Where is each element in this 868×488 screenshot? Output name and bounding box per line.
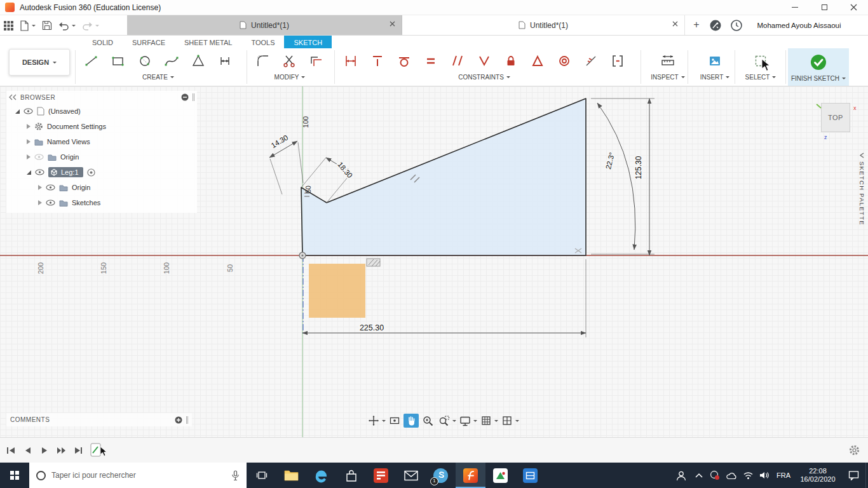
close-tab-icon[interactable] [390,21,395,27]
mail-app-icon[interactable] [396,463,426,488]
timeline-step-forward-button[interactable] [56,445,67,456]
viewports-button[interactable] [499,414,515,428]
symmetry-constraint-button[interactable] [580,50,602,72]
tab-solid[interactable]: SOLID [83,36,123,48]
tab-sketch[interactable]: SKETCH [284,36,332,48]
inspect-group-label[interactable]: INSPECT [651,74,684,81]
visibility-eye-icon[interactable] [46,184,55,191]
visibility-eye-icon[interactable] [35,169,44,175]
fillet-tool-button[interactable] [252,50,275,72]
browser-row-named-views[interactable]: Named Views [6,134,197,149]
tab-sheet-metal[interactable]: SHEET METAL [175,36,241,48]
task-view-button[interactable] [247,463,276,488]
start-button[interactable] [0,463,29,488]
expand-arrow-icon[interactable] [27,139,31,144]
zoom-window-caret-icon[interactable] [452,420,456,424]
orbit-caret-icon[interactable] [382,420,386,424]
circle-tool-button[interactable] [133,50,156,72]
expand-arrow-icon[interactable] [27,124,31,129]
browser-row-sketches[interactable]: Sketches [6,195,197,210]
timeline-play-button[interactable] [39,445,49,456]
display-settings-caret-icon[interactable] [473,420,477,424]
model-canvas[interactable]: 200 150 100 50 [0,86,868,437]
document-tab-inactive[interactable]: Untitled*(1) [127,15,402,35]
expand-arrow-icon[interactable] [15,109,20,114]
sketch-palette-strip[interactable]: SKETCH PALETTE [857,152,867,226]
perpendicular-constraint-button[interactable] [473,50,496,72]
new-tab-button[interactable]: + [690,18,703,31]
taskbar-search-box[interactable]: Taper ici pour rechercher [29,463,247,488]
look-at-button[interactable] [387,414,402,428]
timeline-skip-end-button[interactable] [74,445,83,456]
offset-tool-button[interactable] [305,50,328,72]
expand-arrow-icon[interactable] [38,200,42,205]
finish-sketch-button[interactable] [807,51,830,74]
slot-tool-button[interactable] [214,50,236,72]
minimize-button[interactable] [780,0,810,15]
dimension-50[interactable]: 50 [304,186,312,193]
browser-row-document-settings[interactable]: Document Settings [6,119,197,134]
file-explorer-icon[interactable] [276,463,306,488]
constraints-group-label[interactable]: CONSTRAINTS [458,74,510,81]
timeline-step-back-button[interactable] [23,445,32,456]
cortana-icon[interactable] [36,471,46,480]
expand-arrow-icon[interactable] [38,185,42,190]
blue-app-icon[interactable] [515,463,545,488]
horizontal-vertical-constraint-button[interactable] [366,50,389,72]
parallel-constraint-button[interactable] [446,50,469,72]
create-group-label[interactable]: CREATE [142,74,174,81]
line-tool-button[interactable] [80,50,103,72]
hatch-marker[interactable] [367,259,380,266]
redo-caret-icon[interactable] [95,25,99,29]
save-icon[interactable] [42,20,52,30]
trim-tool-button[interactable] [278,50,301,72]
undo-caret-icon[interactable] [72,25,76,29]
workspace-selector[interactable]: DESIGN [9,49,70,76]
viewports-caret-icon[interactable] [515,420,519,424]
tangent-constraint-button[interactable] [393,50,416,72]
extensions-icon[interactable] [709,19,722,32]
visibility-eye-icon[interactable] [24,108,33,114]
fix-constraint-button[interactable] [499,50,522,72]
visibility-eye-icon[interactable] [46,200,55,206]
volume-icon[interactable] [756,463,773,488]
show-desktop-button[interactable] [865,463,868,488]
file-menu-icon[interactable] [20,20,29,31]
activate-component-radio-icon[interactable] [87,168,95,177]
browser-row-origin-child[interactable]: Origin [6,180,197,195]
document-tab-active[interactable]: Untitled*(1) [402,15,685,35]
insert-group-label[interactable]: INSERT [700,74,730,81]
close-button[interactable] [839,0,868,15]
job-status-icon[interactable] [730,19,743,32]
spline-tool-button[interactable] [160,50,183,72]
measure-tool-button[interactable] [656,50,679,72]
edge-browser-icon[interactable] [306,463,336,488]
timeline-sketch-feature[interactable] [90,442,109,459]
action-center-icon[interactable] [841,463,865,488]
store-icon[interactable] [336,463,366,488]
undo-icon[interactable] [58,21,69,30]
timeline-settings-gear-icon[interactable] [848,444,860,456]
user-account-name[interactable]: Mohamed Ayoub Aissaoui [753,15,845,35]
taskbar-clock[interactable]: 22:08 16/02/2020 [794,467,841,484]
dimension-100[interactable]: 100 [302,116,309,128]
midpoint-constraint-button[interactable] [526,50,549,72]
zoom-button[interactable] [420,414,435,428]
antivirus-tray-icon[interactable] [707,463,723,488]
display-settings-button[interactable] [458,414,473,428]
browser-options-icon[interactable] [181,93,189,101]
tray-chevron-up-icon[interactable] [691,463,707,488]
orbit-button[interactable] [366,414,381,428]
insert-image-button[interactable] [703,50,726,72]
pan-hand-button[interactable] [403,414,419,428]
selected-component[interactable]: Leg:1 [48,167,83,177]
people-icon[interactable] [671,463,691,488]
onedrive-tray-icon[interactable] [723,463,740,488]
expand-palette-icon[interactable] [859,152,865,158]
visibility-eye-off-icon[interactable] [34,154,44,160]
red-grid-app-icon[interactable] [366,463,396,488]
selection-region[interactable] [309,264,365,318]
dimension-angle[interactable]: 22.3° [597,103,635,250]
sketch-dimension-button[interactable] [339,50,362,72]
skype-icon[interactable]: 1 [426,463,456,488]
